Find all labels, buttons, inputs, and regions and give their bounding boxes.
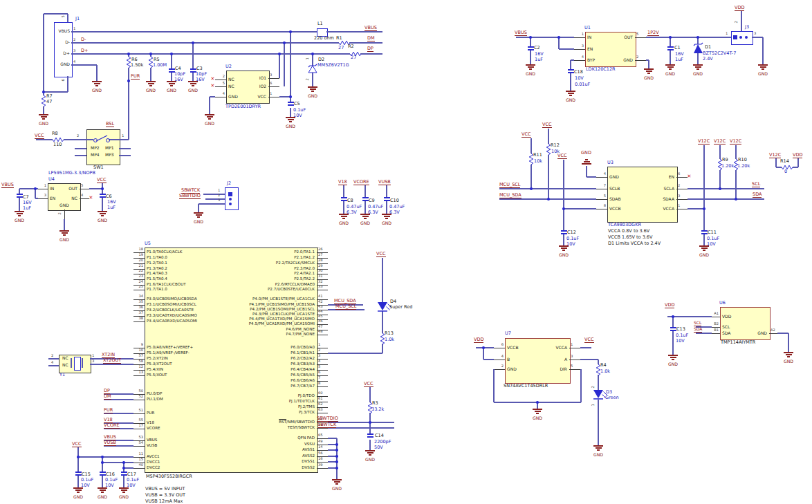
- text-2: 2: [591, 386, 595, 388]
- wire: [59, 230, 69, 232]
- text-0.1uf: 0.1uF: [105, 478, 118, 483]
- pin-number: 17: [134, 424, 143, 427]
- pin-number: 11: [134, 452, 143, 456]
- pin-number: 35: [134, 300, 143, 304]
- wire: [360, 53, 382, 54]
- pin-name: P1.4/TA0.3: [147, 272, 167, 276]
- gnd-label: GND: [555, 253, 572, 258]
- wire: [569, 369, 580, 370]
- wire: [562, 250, 565, 251]
- pin-number: 2: [318, 348, 320, 352]
- wire: [328, 427, 394, 428]
- junction-dot: [311, 53, 313, 55]
- pin-name: P6.6/CB6/A6: [232, 379, 315, 383]
- gnd-label: GND: [190, 220, 207, 225]
- wire: [64, 139, 86, 140]
- pin-number: 37: [134, 311, 143, 315]
- wire: [382, 258, 382, 302]
- net-label-vdd: VDD: [665, 303, 674, 308]
- pin-number: 3: [318, 354, 320, 357]
- pin-number: 33: [318, 285, 323, 288]
- wire: [42, 118, 45, 120]
- pin-name: VDD: [722, 315, 731, 319]
- pin-name: GND: [57, 203, 71, 207]
- gnd-label: GND: [116, 495, 132, 500]
- text-r14: R14: [780, 159, 789, 164]
- text-1.20k: 1.20k: [737, 164, 750, 169]
- net-label-vcc: VCC: [97, 178, 107, 183]
- text-r4: R4: [600, 363, 607, 368]
- pin-number: 48: [318, 330, 323, 333]
- wire: [149, 85, 152, 86]
- wire: [128, 68, 129, 140]
- wire: [597, 449, 600, 451]
- gnd-label: GND: [590, 453, 607, 458]
- pin-name: DVSS1: [232, 460, 315, 464]
- pin-number: 40: [134, 463, 143, 467]
- junction-dot: [278, 53, 280, 55]
- wire: [290, 108, 290, 118]
- text-6.3v: 6.3V: [368, 210, 378, 215]
- wire: [665, 64, 675, 66]
- wire: [762, 68, 764, 70]
- pin-name: DVCC2: [147, 466, 160, 470]
- wire: [385, 218, 388, 219]
- pin-number: 32: [318, 280, 323, 283]
- net-label-sbwtck: SBWTCK: [317, 422, 336, 428]
- text-msp430f5528irgcr: MSP430F5528IRGCR: [146, 474, 192, 479]
- wire: [119, 148, 131, 149]
- wire: [80, 198, 89, 199]
- wire: [77, 447, 78, 472]
- pin-number: 16: [318, 457, 323, 460]
- pin-number: 1: [318, 343, 320, 346]
- pin-number: 3: [575, 44, 584, 48]
- gnd-label: GND: [640, 76, 657, 81]
- pin-name: PJ.3/TCK: [232, 411, 315, 415]
- gnd-label: GND: [357, 221, 373, 226]
- wire: [63, 234, 66, 236]
- net-label-vcc: VCC: [72, 442, 82, 447]
- net-label-vbus: VBUS: [1, 183, 14, 188]
- pin-number: 1: [678, 204, 680, 207]
- wire: [171, 72, 172, 82]
- wire: [648, 60, 649, 69]
- wire: [341, 216, 347, 217]
- pin-name: P2.1/TA1.2: [232, 256, 315, 260]
- text-mp4: MP4: [91, 153, 100, 157]
- wire: [362, 216, 369, 217]
- junction-dot: [696, 36, 699, 38]
- wire: [797, 158, 798, 167]
- wire: [100, 194, 106, 195]
- wire: [210, 96, 215, 97]
- gnd-label: GND: [696, 253, 712, 258]
- gnd-label: GND: [201, 122, 218, 127]
- pin-name: AVSS1: [232, 448, 315, 452]
- wire: [284, 43, 284, 86]
- wire: [311, 91, 314, 92]
- pin-name: P1.1/TA0.0: [147, 256, 167, 260]
- text-0.47uf: 0.47uF: [389, 205, 405, 209]
- pin-name: VSSU: [232, 442, 315, 447]
- gnd-label: GND: [89, 88, 105, 93]
- pin-name: P1.3/TA0.2: [147, 267, 167, 271]
- text-0.1uf: 0.1uF: [676, 333, 688, 338]
- pin-number: 42: [318, 300, 323, 304]
- text-c12: C12: [567, 230, 576, 235]
- wire: [367, 452, 373, 454]
- gnd-label: GND: [562, 98, 579, 103]
- gnd-label: GND: [378, 221, 395, 226]
- wire: [207, 116, 213, 118]
- pin-number: 39: [318, 463, 323, 467]
- wire: [786, 354, 792, 355]
- text-j3: J3: [745, 25, 749, 30]
- wire: [209, 97, 210, 115]
- gnd-label: GND: [329, 487, 345, 492]
- wire: [77, 492, 80, 493]
- net-label-sda: SDA: [753, 192, 762, 198]
- net-label-vcore: VCORE: [353, 180, 369, 185]
- noconnect-x-icon: ✕: [688, 174, 692, 179]
- pin-number: 46: [318, 319, 323, 323]
- net-label-v12c: V12C: [714, 139, 726, 144]
- net-label-dp: DP: [367, 46, 373, 52]
- text-vbus-5v-input: VBUS = 5V INPUT: [145, 487, 185, 492]
